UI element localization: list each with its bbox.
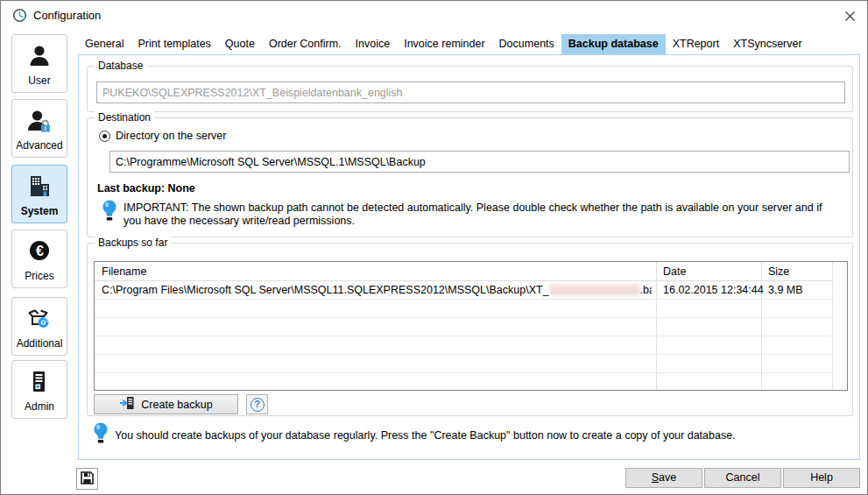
destination-group-label: Destination — [95, 111, 154, 124]
destination-group: Destination Directory on the server Last… — [87, 117, 853, 237]
server-tower-icon — [26, 369, 53, 398]
svg-text:€: € — [36, 244, 44, 258]
building-icon — [26, 173, 53, 202]
tab-print-templates[interactable]: Print templates — [131, 34, 217, 54]
close-icon[interactable] — [841, 8, 858, 24]
user-lock-icon: i — [26, 108, 53, 137]
window-title: Configuration — [33, 9, 101, 22]
empty-row — [95, 336, 831, 355]
sidebar-item-user[interactable]: User — [11, 34, 67, 93]
save-button[interactable]: Save — [625, 468, 702, 488]
backup-size: 3,9 MB — [768, 281, 803, 299]
database-group: Database — [87, 66, 853, 112]
tab-xtsyncserver[interactable]: XTSyncserver — [726, 34, 809, 54]
empty-row — [95, 318, 831, 336]
clock-app-icon — [12, 8, 27, 25]
backup-arrow-icon — [119, 395, 135, 414]
sidebar-label: System — [21, 205, 59, 217]
tab-bar: General Print templates Quote Order Conf… — [78, 34, 809, 54]
column-header-size[interactable]: Size — [768, 265, 789, 278]
sidebar-label: Advanced — [16, 139, 62, 152]
tab-xtreport[interactable]: XTReport — [666, 34, 727, 54]
lightbulb-icon — [93, 422, 109, 447]
svg-text:i: i — [45, 125, 46, 131]
create-backup-label: Create backup — [141, 399, 212, 411]
floppy-disk-icon — [80, 470, 95, 488]
table-row[interactable]: C:\Program Files\Microsoft SQL Server\MS… — [95, 281, 847, 300]
box-disc-icon — [26, 306, 53, 335]
radio-selected-icon[interactable] — [99, 131, 110, 142]
cancel-button[interactable]: Cancel — [704, 468, 781, 488]
sidebar-item-prices[interactable]: € Prices — [11, 230, 67, 288]
title-bar: Configuration — [1, 1, 867, 29]
backup-filename: C:\Program Files\Microsoft SQL Server\MS… — [102, 281, 652, 299]
tab-invoice[interactable]: Invoice — [349, 34, 398, 54]
backup-database-panel: Database Destination Directory on the se… — [78, 54, 860, 460]
euro-icon: € — [26, 238, 53, 267]
sidebar-label: User — [28, 74, 50, 87]
backups-group-label: Backups so far — [95, 237, 171, 249]
empty-row — [95, 300, 831, 318]
directory-on-server-radio[interactable]: Directory on the server — [99, 130, 226, 142]
backup-help-button[interactable]: ? — [246, 394, 268, 414]
backup-path-field[interactable] — [109, 151, 850, 173]
last-backup-status: Last backup: None — [97, 182, 195, 194]
sidebar-label: Admin — [25, 400, 54, 413]
empty-row — [95, 373, 831, 391]
table-header-row: Filename Date Size — [95, 262, 847, 281]
redacted-filename-segment — [549, 285, 640, 295]
tab-invoice-reminder[interactable]: Invoice reminder — [397, 34, 491, 54]
radio-label: Directory on the server — [116, 130, 226, 142]
tab-order-confirm[interactable]: Order Confirm. — [262, 34, 349, 54]
configuration-window: Configuration User i Advanced — [0, 0, 868, 495]
database-group-label: Database — [95, 60, 146, 72]
tab-quote[interactable]: Quote — [218, 34, 262, 54]
sidebar-label: Prices — [25, 270, 53, 282]
empty-row — [95, 355, 831, 373]
lightbulb-icon — [102, 200, 117, 224]
backup-date: 16.02.2015 12:34:44 — [663, 281, 764, 299]
sidebar-item-admin[interactable]: Admin — [11, 360, 67, 419]
backups-table: Filename Date Size C:\Program Files\Micr… — [94, 261, 848, 391]
database-connection-field[interactable] — [96, 81, 845, 103]
user-icon — [26, 43, 53, 72]
create-backup-button[interactable]: Create backup — [94, 394, 238, 414]
tab-general[interactable]: General — [78, 34, 131, 54]
column-header-date[interactable]: Date — [663, 265, 686, 278]
sidebar-item-advanced[interactable]: i Advanced — [11, 99, 67, 158]
sidebar-item-additional[interactable]: Additional — [11, 297, 67, 356]
important-note: IMPORTANT: The shown backup path cannot … — [123, 202, 835, 227]
column-header-filename[interactable]: Filename — [102, 265, 146, 278]
sidebar-item-system[interactable]: System — [11, 165, 67, 223]
question-mark-icon: ? — [251, 398, 265, 412]
quick-save-button[interactable] — [76, 468, 98, 490]
tab-documents[interactable]: Documents — [492, 34, 561, 54]
backup-tip-text: You should create backups of your databa… — [115, 429, 846, 442]
table-scrollbar[interactable] — [832, 262, 847, 390]
backups-group: Backups so far Filename Date Size C:\Pro… — [87, 243, 853, 416]
tab-backup-database[interactable]: Backup database — [561, 34, 666, 54]
help-button[interactable]: Help — [783, 468, 860, 488]
sidebar-label: Additional — [17, 337, 63, 350]
